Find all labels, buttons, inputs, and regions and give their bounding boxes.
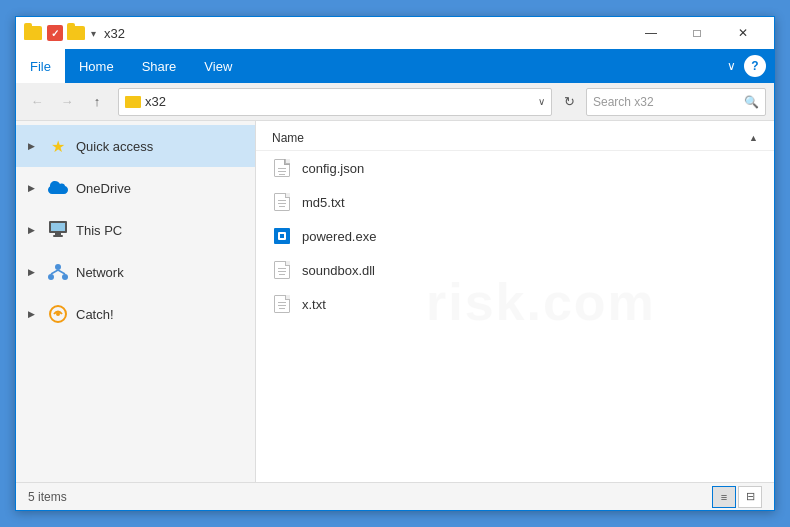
- sidebar: ▶ ★ Quick access ▶ OneDrive ▶: [16, 121, 256, 482]
- sidebar-item-label-onedrive: OneDrive: [76, 181, 131, 196]
- menu-tab-view[interactable]: View: [190, 49, 246, 83]
- address-folder-icon: [125, 96, 141, 108]
- status-bar: 5 items ≡ ⊟: [16, 482, 774, 510]
- minimize-button[interactable]: —: [628, 17, 674, 49]
- svg-rect-2: [55, 233, 61, 235]
- file-icon-config-json: [272, 158, 292, 178]
- up-button[interactable]: ↑: [84, 89, 110, 115]
- file-icon-x-txt: [272, 294, 292, 314]
- back-button[interactable]: ←: [24, 89, 50, 115]
- title-check-icon: ✓: [47, 25, 63, 41]
- file-item-x-txt[interactable]: x.txt: [256, 287, 774, 321]
- svg-point-4: [55, 264, 61, 270]
- sidebar-item-onedrive[interactable]: ▶ OneDrive: [16, 167, 255, 209]
- search-bar[interactable]: Search x32 🔍: [586, 88, 766, 116]
- sidebar-item-quick-access[interactable]: ▶ ★ Quick access: [16, 125, 255, 167]
- column-name-header[interactable]: Name: [272, 131, 745, 145]
- main-area: ▶ ★ Quick access ▶ OneDrive ▶: [16, 121, 774, 482]
- title-bar-icons: ✓ ▾: [24, 25, 96, 41]
- sidebar-item-this-pc[interactable]: ▶ This PC: [16, 209, 255, 251]
- sidebar-item-catch[interactable]: ▶ Catch!: [16, 293, 255, 335]
- file-icon-powered-exe: [272, 226, 292, 246]
- svg-rect-3: [53, 235, 63, 237]
- file-name-soundbox-dll: soundbox.dll: [302, 263, 375, 278]
- network-icon: [48, 262, 68, 282]
- file-area-container: risk.com Name ▲: [256, 121, 774, 482]
- menu-bar-right: ∨ ?: [723, 55, 774, 77]
- menu-chevron-icon[interactable]: ∨: [723, 55, 740, 77]
- address-bar[interactable]: x32 ∨: [118, 88, 552, 116]
- file-item-config-json[interactable]: config.json: [256, 151, 774, 185]
- menu-bar: File Home Share View ∨ ?: [16, 49, 774, 83]
- menu-tab-file[interactable]: File: [16, 49, 65, 83]
- catch-chevron-icon: ▶: [28, 309, 40, 319]
- file-name-md5-txt: md5.txt: [302, 195, 345, 210]
- onedrive-cloud-icon: [48, 178, 68, 198]
- catch-icon: [48, 304, 68, 324]
- title-folder-icon: [24, 26, 42, 40]
- sidebar-item-label-this-pc: This PC: [76, 223, 122, 238]
- svg-rect-1: [51, 223, 65, 231]
- sidebar-item-network[interactable]: ▶ Network: [16, 251, 255, 293]
- svg-point-6: [62, 274, 68, 280]
- address-chevron-icon[interactable]: ∨: [538, 96, 545, 107]
- address-path: x32: [145, 94, 534, 109]
- close-button[interactable]: ✕: [720, 17, 766, 49]
- view-buttons: ≡ ⊟: [712, 486, 762, 508]
- forward-button[interactable]: →: [54, 89, 80, 115]
- onedrive-chevron-icon: ▶: [28, 183, 40, 193]
- refresh-button[interactable]: ↻: [556, 89, 582, 115]
- sidebar-item-label-quick-access: Quick access: [76, 139, 153, 154]
- window-title: x32: [104, 26, 628, 41]
- window-controls: — □ ✕: [628, 17, 766, 49]
- svg-point-5: [48, 274, 54, 280]
- menu-tab-home[interactable]: Home: [65, 49, 128, 83]
- search-icon[interactable]: 🔍: [744, 95, 759, 109]
- help-button[interactable]: ?: [744, 55, 766, 77]
- file-item-soundbox-dll[interactable]: soundbox.dll: [256, 253, 774, 287]
- file-item-md5-txt[interactable]: md5.txt: [256, 185, 774, 219]
- file-item-powered-exe[interactable]: powered.exe: [256, 219, 774, 253]
- file-name-powered-exe: powered.exe: [302, 229, 376, 244]
- file-list-header: Name ▲: [256, 125, 774, 151]
- maximize-button[interactable]: □: [674, 17, 720, 49]
- quick-access-chevron-icon: ▶: [28, 141, 40, 151]
- items-count: 5 items: [28, 490, 712, 504]
- search-placeholder: Search x32: [593, 95, 740, 109]
- network-chevron-icon: ▶: [28, 267, 40, 277]
- this-pc-chevron-icon: ▶: [28, 225, 40, 235]
- file-icon-soundbox-dll: [272, 260, 292, 280]
- file-name-config-json: config.json: [302, 161, 364, 176]
- file-list: Name ▲ c: [256, 121, 774, 325]
- view-tile-button[interactable]: ⊟: [738, 486, 762, 508]
- this-pc-monitor-icon: [48, 220, 68, 240]
- file-name-x-txt: x.txt: [302, 297, 326, 312]
- quick-access-star-icon: ★: [48, 136, 68, 156]
- sidebar-item-label-network: Network: [76, 265, 124, 280]
- title-bar: ✓ ▾ x32 — □ ✕: [16, 17, 774, 49]
- sidebar-item-label-catch: Catch!: [76, 307, 114, 322]
- title-folder2-icon: [67, 26, 85, 40]
- svg-point-10: [56, 312, 60, 316]
- file-icon-md5-txt: [272, 192, 292, 212]
- sort-indicator: ▲: [749, 133, 758, 143]
- toolbar: ← → ↑ x32 ∨ ↻ Search x32 🔍: [16, 83, 774, 121]
- svg-line-7: [51, 270, 58, 274]
- svg-line-8: [58, 270, 65, 274]
- view-detail-button[interactable]: ≡: [712, 486, 736, 508]
- title-arrow-icon: ▾: [91, 28, 96, 39]
- menu-tab-share[interactable]: Share: [128, 49, 191, 83]
